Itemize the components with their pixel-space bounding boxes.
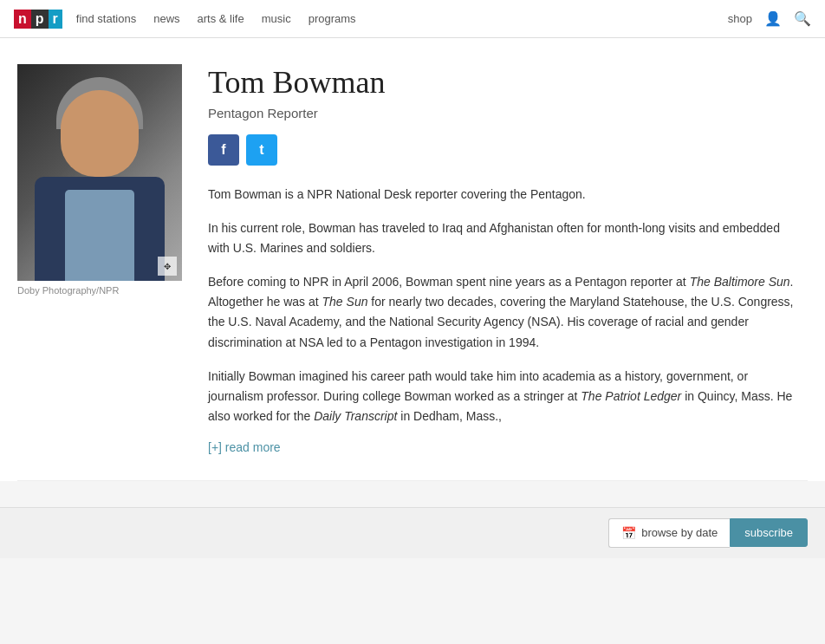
bio-paragraph-4: Initially Bowman imagined his career pat… bbox=[208, 367, 799, 426]
search-icon[interactable]: 🔍 bbox=[794, 10, 811, 28]
bio-p4-italics1: The Patriot Ledger bbox=[581, 389, 681, 403]
logo-r: r bbox=[49, 10, 62, 29]
social-buttons: f t bbox=[208, 134, 799, 166]
expand-photo-icon[interactable]: ✥ bbox=[158, 257, 177, 276]
logo-p: p bbox=[31, 10, 49, 29]
npr-logo[interactable]: npr bbox=[14, 10, 62, 29]
user-icon[interactable]: 👤 bbox=[764, 10, 782, 28]
nav-news[interactable]: news bbox=[153, 12, 179, 25]
photo-face bbox=[61, 90, 139, 177]
logo-n: n bbox=[14, 10, 31, 29]
author-title: Pentagon Reporter bbox=[208, 106, 799, 120]
twitter-button[interactable]: t bbox=[246, 134, 277, 166]
bio-paragraph-1: Tom Bowman is a NPR National Desk report… bbox=[208, 185, 799, 205]
bio-p3-italics1: The Baltimore Sun bbox=[690, 275, 790, 289]
shop-link[interactable]: shop bbox=[728, 12, 752, 25]
photo-shirt bbox=[65, 190, 134, 281]
bio-p4-italics2: Daily Transcript bbox=[314, 409, 397, 423]
bio-p4-end: in Dedham, Mass., bbox=[397, 409, 502, 423]
gray-spacer bbox=[0, 481, 825, 507]
main-nav: find stations news arts & life music pro… bbox=[76, 12, 728, 25]
bio-paragraph-3: Before coming to NPR in April 2006, Bowm… bbox=[208, 272, 799, 352]
calendar-icon: 📅 bbox=[621, 526, 636, 540]
read-more-link[interactable]: [+] read more bbox=[208, 440, 281, 454]
photo-column: ✥ Doby Photography/NPR bbox=[17, 64, 182, 454]
header-right: shop 👤 🔍 bbox=[728, 10, 811, 28]
nav-music[interactable]: music bbox=[262, 12, 291, 25]
subscribe-button[interactable]: subscribe bbox=[730, 518, 808, 547]
nav-programs[interactable]: programs bbox=[309, 12, 356, 25]
bio-p3-start: Before coming to NPR in April 2006, Bowm… bbox=[208, 275, 690, 289]
photo-caption: Doby Photography/NPR bbox=[17, 285, 182, 296]
content-area: ✥ Doby Photography/NPR Tom Bowman Pentag… bbox=[0, 38, 825, 480]
header: npr find stations news arts & life music… bbox=[0, 0, 825, 38]
bio-paragraph-2: In his current role, Bowman has traveled… bbox=[208, 218, 799, 258]
bio-column: Tom Bowman Pentagon Reporter f t Tom Bow… bbox=[208, 64, 799, 454]
profile-photo bbox=[17, 64, 182, 281]
footer-bar: 📅 browse by date subscribe bbox=[0, 507, 825, 558]
author-name: Tom Bowman bbox=[208, 64, 799, 101]
main-wrapper: ✥ Doby Photography/NPR Tom Bowman Pentag… bbox=[0, 38, 825, 558]
browse-by-date-button[interactable]: 📅 browse by date bbox=[608, 518, 730, 548]
nav-find-stations[interactable]: find stations bbox=[76, 12, 136, 25]
facebook-button[interactable]: f bbox=[208, 134, 239, 166]
profile-photo-wrapper: ✥ bbox=[17, 64, 182, 281]
browse-by-date-label: browse by date bbox=[641, 526, 718, 539]
bio-p3-italics2: The Sun bbox=[322, 295, 368, 309]
nav-arts-life[interactable]: arts & life bbox=[198, 12, 244, 25]
